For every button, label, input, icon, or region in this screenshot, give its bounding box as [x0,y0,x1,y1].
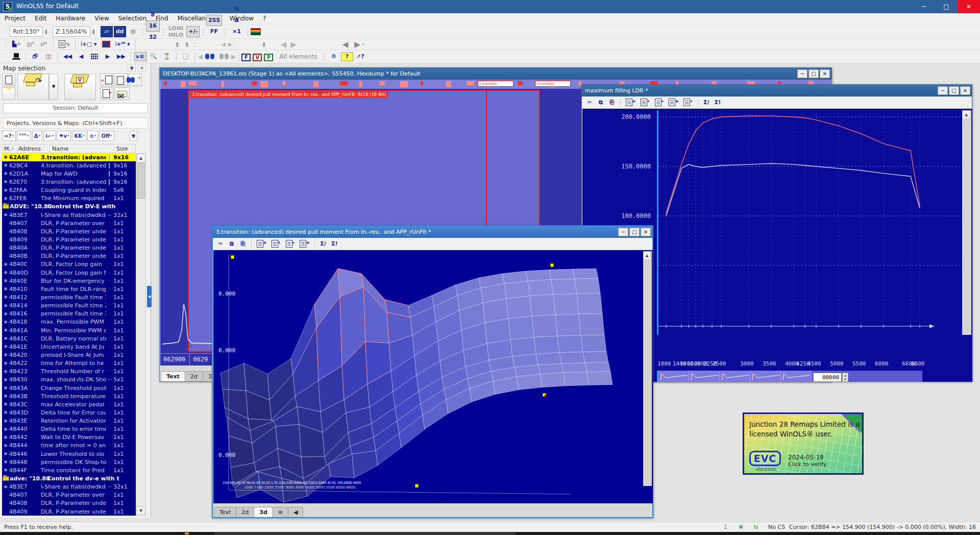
map-row[interactable]: ✱4B414permissible Fault time 2·1x1 [2,302,136,310]
map-marker[interactable] [380,81,385,85]
map-row[interactable]: ✱4B3E7I-Share as f(abs(dwdkd——32x1 [2,483,136,491]
map-row[interactable]: ✱4B43BThreshold temperature·1x1 [2,392,136,400]
search-maps-button[interactable]: + [129,74,142,86]
tab-2d[interactable]: 2d [236,507,254,517]
map-row[interactable]: ✱4B44FTime constant for Pred·1x1 [2,466,136,474]
prev-icon[interactable]: ◀ [75,52,87,61]
map-row[interactable]: 4B409DLR, P-Parameter unde·1x1 [2,235,136,244]
map-doc-icon[interactable]: * [667,98,680,107]
minimize-icon[interactable]: ─ [618,228,628,236]
export-map-button[interactable]: ▸ [100,87,113,100]
grid-view-icon[interactable] [88,52,101,61]
hexdump-title-bar[interactable]: DESKTOP-BU3KCPA_13961.ols (Stage 1) as <… [160,68,831,80]
toolbar-grip[interactable]: ⋮ [3,41,8,47]
filter-button-KK[interactable]: KK▾ [72,131,86,141]
search-next-icon[interactable]: ▶ [231,53,236,60]
map-list-scrollbar[interactable]: ▲ ▼ [136,153,146,516]
filter-button-ix[interactable]: i⌐▾ [43,131,56,141]
scroll-down-icon[interactable]: ▼ [136,506,145,515]
map-list[interactable]: ✱62A6E3.transition: (advanc9x16✱62BC44.t… [2,153,136,516]
open-project-button[interactable]: ↷ [17,74,49,100]
map3d-title-bar[interactable]: 3.transition: (advanced) desired pull mo… [213,226,652,238]
import-version-button[interactable]: V [64,74,96,100]
back-icon[interactable]: ◀ [342,40,349,49]
ldr-hex-strip[interactable]: 062AE0062B00062B20062B40062B6 [657,371,922,382]
map-doc-icon[interactable]: ˣ [653,98,666,107]
maximize-icon[interactable]: □ [808,69,819,78]
map-doc-icon[interactable]: * [298,239,311,249]
paste-icon[interactable]: ⎘ [607,98,617,107]
scroll-up-icon[interactable]: ▲ [962,110,970,119]
settings-icon[interactable]: ⚙ [328,52,340,61]
map-row[interactable]: ✱4B41AMin. Permissible PWM d·1x1 [2,326,136,334]
filter-button-xxx[interactable]: """▾ [17,131,31,141]
filter-button-x[interactable]: ≡▾ [87,131,98,141]
context-help-icon[interactable]: ➚? [354,52,366,61]
ldr-hex-cell[interactable]: 062B6 [781,371,812,382]
forward-icon[interactable]: ▶ [354,40,360,49]
scroll-up-icon[interactable]: ▲ [643,251,651,260]
copy-icon[interactable]: ⧉ [227,239,237,249]
magic-hat-icon[interactable] [10,52,22,61]
map-row[interactable]: ✱4B40EBlur for DK-emergency·1x1 [2,277,136,285]
first-icon[interactable]: ◀◀ [61,52,74,61]
ldr-plot[interactable] [657,110,959,335]
maximize-button[interactable]: □ [935,0,958,13]
tree-list-icon[interactable]: ⫦≡ [134,52,146,61]
copy-icon[interactable]: ⧉ [596,98,606,107]
zoom-field[interactable]: Z:15604% [53,27,90,37]
value-1[interactable]: ×1 [229,26,244,37]
map-row[interactable]: ✱4B41CDLR, Battery normal str·1x1 [2,334,136,343]
ldr-vertical-scrollbar[interactable]: ▲ [962,110,971,335]
panel-close-icon[interactable]: ✕ [138,64,146,71]
window-split-icon[interactable]: ◫ [42,52,55,61]
map-marker[interactable] [359,81,362,87]
map-marker[interactable] [181,81,186,87]
license-badge[interactable]: Junction 28 Remaps Limited is a licensed… [743,412,864,475]
panel-collapse-handle[interactable]: ◀ [147,286,152,307]
map-wizard-button[interactable]: ✦ [114,74,128,86]
filter-dropdown-icon[interactable]: ▼ [130,131,138,141]
surface-mesh[interactable] [213,250,653,503]
sigma-apply-icon[interactable]: Σ! [713,98,723,107]
map-row[interactable]: ✱4B440Delta time to error time·1x1 [2,425,136,433]
map-marker[interactable] [400,81,408,87]
paste-icon[interactable]: ⎘ [238,239,248,249]
close-icon[interactable]: ✕ [820,69,830,78]
display-ff[interactable]: FF [206,26,222,37]
filter-p-icon[interactable]: P [264,54,273,61]
bitwidth-8[interactable]: 8 [146,9,160,20]
map-row[interactable]: ✱4B41EUncertainty band At Ju·1x1 [2,343,136,351]
map-marker[interactable] [313,81,318,87]
folder-row[interactable]: ADVE: "10.80Control the DV-E with [2,203,136,211]
tab-text[interactable]: Text [161,371,185,381]
history-dropdown-icon[interactable]: ▾ [362,42,365,47]
map-row[interactable]: 4B408DLR, P-Parameter unde·1x1 [2,499,136,507]
map-marker[interactable] [164,81,167,85]
sigma-compare-icon[interactable]: Σ/ [701,98,712,107]
map-doc-icon[interactable]: ˣ [284,239,297,249]
map-doc-icon[interactable]: * [255,239,268,249]
map-marker[interactable] [189,81,197,85]
map-marker[interactable] [283,81,285,85]
filter-button-x[interactable]: Δ▾ [32,131,42,141]
bitwidth-16[interactable]: 16 [146,20,160,32]
pending-icon[interactable]: ⏳ [161,52,173,61]
map-doc-icon[interactable]: ¹ [681,98,695,107]
map-row[interactable]: ✱62FE6The Minimum required·1x1 [2,194,136,203]
map-wizard-icon[interactable]: ▙✧ [10,40,23,49]
map-row[interactable]: 4B408DLR, P-Parameter unde·1x1 [2,227,136,235]
hexview-icon[interactable]: ▦ [127,26,139,37]
rotation-field[interactable]: Rot:130° [10,27,43,37]
add-map-button[interactable]: + [100,74,113,86]
view-2d-icon[interactable]: ▱ [101,26,113,37]
license-verify-link[interactable]: Click to verify [788,461,826,468]
maximize-icon[interactable]: □ [629,228,640,236]
zoom-spinner[interactable]: ▲▼ [90,27,97,37]
frame-view-icon[interactable] [100,40,112,49]
map-row[interactable]: ✱4B40DDLR, Factor Loop gain f·1x1 [2,269,136,277]
rotation-spinner[interactable]: ▲▼ [43,27,50,37]
map-row[interactable]: ✱4B43ERetention for Activation·1x1 [2,417,136,425]
value-[interactable]: % [229,4,244,15]
map-doc-icon[interactable]: ¹ [639,98,652,107]
